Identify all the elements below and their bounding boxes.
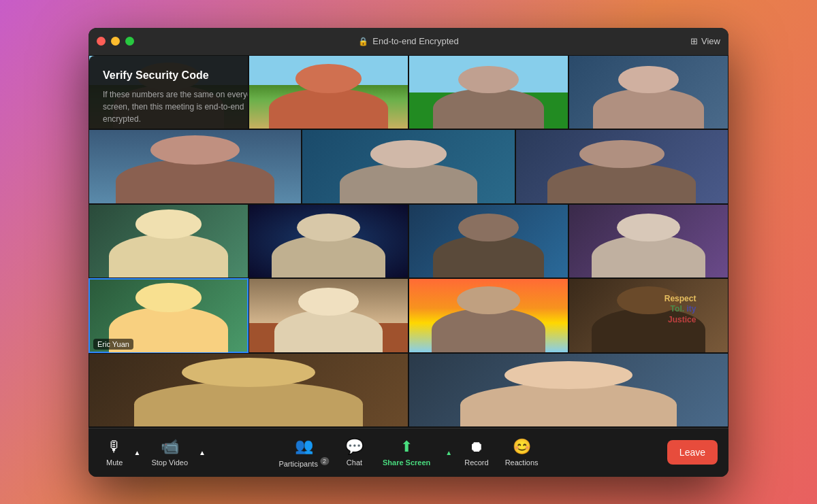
video-cell-3	[408, 55, 568, 130]
stop-video-label: Stop Video	[151, 458, 188, 467]
caret-up-icon-2: ▲	[199, 449, 206, 456]
share-caret[interactable]: ▲	[443, 445, 455, 460]
chat-button[interactable]: 💬 Chat	[338, 434, 370, 471]
video-grid: Verify Security Code If these numbers ar…	[89, 55, 728, 428]
video-cell-10	[408, 204, 568, 279]
chat-icon: 💬	[345, 438, 364, 456]
video-cell-2	[249, 55, 408, 130]
grid-row-1: Verify Security Code If these numbers ar…	[89, 55, 728, 130]
grid-icon: ⊞	[690, 36, 698, 46]
eric-yuan-badge: Eric Yuan	[93, 339, 133, 350]
traffic-lights	[97, 37, 134, 46]
security-description: If these numbers are the same on everyon…	[103, 88, 249, 125]
stop-video-button[interactable]: 📹 Stop Video	[144, 434, 195, 471]
person-3	[409, 56, 568, 129]
share-screen-button[interactable]: ⬆ Share Screen	[373, 434, 440, 471]
leave-button[interactable]: Leave	[667, 440, 718, 465]
person-2	[249, 56, 408, 129]
video-cell-eric: Eric Yuan	[89, 278, 249, 353]
participants-label: Participants 2	[278, 458, 329, 468]
window-title: End-to-end Encrypted	[372, 36, 458, 46]
video-icon: 📹	[161, 438, 179, 456]
video-caret[interactable]: ▲	[196, 445, 208, 460]
person-15	[89, 354, 408, 427]
title-bar: 🔒 End-to-end Encrypted ⊞ View	[89, 28, 728, 55]
grid-row-4: Eric Yuan Respect	[89, 278, 728, 353]
security-panel: Verify Security Code If these numbers ar…	[89, 56, 249, 130]
security-title: Verify Security Code	[103, 69, 249, 82]
microphone-icon: 🎙	[107, 438, 122, 456]
lock-icon: 🔒	[358, 37, 368, 46]
share-caret-icon: ▲	[445, 449, 452, 456]
video-cell-5	[89, 129, 302, 204]
participants-icon: 👥	[295, 437, 313, 455]
caret-up-icon: ▲	[133, 449, 140, 456]
mute-label: Mute	[106, 458, 123, 467]
person-4	[569, 56, 728, 129]
toolbar: 🎙 Mute ▲ 📹 Stop Video ▲ 👥 Participants 2…	[89, 428, 728, 477]
video-cell-16	[408, 353, 728, 428]
record-label: Record	[464, 458, 488, 467]
person-8	[89, 205, 248, 278]
person-7	[516, 130, 728, 203]
chat-label: Chat	[347, 458, 362, 467]
grid-row-2	[89, 129, 728, 204]
person-5	[89, 130, 301, 203]
video-cell-9	[249, 204, 408, 279]
minimize-button[interactable]	[111, 37, 120, 46]
person-10	[409, 205, 568, 278]
reactions-button[interactable]: 😊 Reactions	[498, 434, 545, 471]
mute-button[interactable]: 🎙 Mute	[99, 434, 129, 471]
video-cell-1: Verify Security Code If these numbers ar…	[89, 55, 249, 130]
person-16	[409, 354, 728, 427]
person-14: Respect Tol. ity Justice	[569, 279, 728, 352]
record-button[interactable]: ⏺ Record	[458, 434, 495, 471]
video-cell-8	[89, 204, 249, 279]
participants-button[interactable]: 👥 Participants 2	[272, 433, 336, 472]
video-cell-7	[515, 129, 728, 204]
grid-row-5	[89, 353, 728, 428]
title-center: 🔒 End-to-end Encrypted	[358, 36, 458, 46]
video-cell-12	[249, 278, 408, 353]
person-13	[409, 279, 568, 352]
toolbar-left: 🎙 Mute ▲ 📹 Stop Video ▲	[99, 434, 208, 471]
video-cell-15	[89, 353, 408, 428]
video-cell-6	[302, 129, 515, 204]
maximize-button[interactable]	[125, 37, 134, 46]
close-button[interactable]	[97, 37, 106, 46]
record-icon: ⏺	[469, 438, 484, 456]
person-6	[302, 130, 514, 203]
share-screen-icon: ⬆	[400, 438, 413, 456]
view-button[interactable]: ⊞ View	[690, 36, 720, 46]
person-11	[569, 205, 728, 278]
app-window: 🔒 End-to-end Encrypted ⊞ View Verify Sec…	[89, 28, 728, 477]
reactions-label: Reactions	[505, 458, 539, 467]
video-cell-14: Respect Tol. ity Justice	[568, 278, 728, 353]
video-cell-13	[408, 278, 568, 353]
share-screen-label: Share Screen	[383, 458, 430, 467]
video-cell-4	[568, 55, 728, 130]
grid-row-3	[89, 204, 728, 279]
person-9	[249, 205, 408, 278]
video-cell-11	[568, 204, 728, 279]
toolbar-center: 👥 Participants 2 💬 Chat ⬆ Share Screen ▲…	[272, 433, 545, 472]
toolbar-right: Leave	[667, 440, 718, 465]
reactions-icon: 😊	[513, 438, 531, 456]
mute-caret[interactable]: ▲	[131, 445, 143, 460]
person-12	[249, 279, 408, 352]
